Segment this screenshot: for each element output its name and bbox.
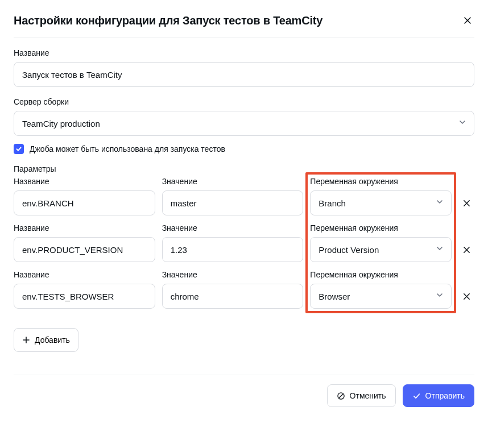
param-remove-button[interactable]	[458, 190, 474, 215]
param-env-select[interactable]	[310, 190, 452, 215]
param-value-label: Значение	[162, 270, 304, 279]
param-name-input[interactable]	[14, 237, 155, 262]
param-remove-button[interactable]	[458, 284, 474, 309]
param-row: Название Значение Переменная окружения	[14, 270, 474, 309]
cancel-button-label: Отменить	[350, 391, 386, 400]
cancel-button[interactable]: Отменить	[327, 384, 396, 407]
check-icon	[15, 146, 22, 152]
dialog-title: Настройки конфигурации для Запуск тестов…	[14, 14, 322, 27]
param-value-input[interactable]	[162, 237, 304, 262]
job-tests-checkbox-label: Джоба может быть использована для запуск…	[30, 144, 225, 154]
plus-icon	[22, 336, 30, 344]
name-input[interactable]	[14, 62, 474, 87]
submit-button[interactable]: Отправить	[403, 384, 474, 407]
param-env-label: Переменная окружения	[310, 177, 452, 186]
param-name-label: Название	[14, 270, 155, 279]
param-env-select[interactable]	[310, 237, 452, 262]
add-param-button[interactable]: Добавить	[14, 328, 78, 352]
close-icon	[462, 199, 471, 208]
param-env-select[interactable]	[310, 284, 452, 309]
close-icon	[463, 16, 472, 25]
param-name-input[interactable]	[14, 190, 155, 215]
param-value-label: Значение	[162, 177, 304, 186]
divider	[14, 38, 474, 38]
param-row: Название Значение Переменная окружения	[14, 177, 474, 215]
param-value-input[interactable]	[162, 190, 304, 215]
param-row: Название Значение Переменная окружения	[14, 223, 474, 262]
job-tests-checkbox[interactable]	[14, 144, 24, 154]
name-label: Название	[14, 48, 474, 57]
param-name-label: Название	[14, 177, 155, 186]
param-remove-button[interactable]	[458, 237, 474, 262]
param-env-label: Переменная окружения	[310, 223, 452, 233]
param-env-label: Переменная окружения	[310, 270, 452, 279]
param-name-label: Название	[14, 223, 155, 233]
param-name-input[interactable]	[14, 284, 155, 309]
add-param-button-label: Добавить	[35, 335, 70, 345]
check-icon	[412, 392, 421, 400]
server-label: Сервер сборки	[14, 97, 474, 106]
close-dialog-button[interactable]	[461, 14, 474, 27]
submit-button-label: Отправить	[425, 391, 465, 400]
close-icon	[462, 292, 471, 301]
param-value-input[interactable]	[162, 284, 304, 309]
divider	[14, 375, 474, 375]
cancel-icon	[337, 392, 345, 400]
param-value-label: Значение	[162, 223, 304, 233]
server-select[interactable]	[14, 111, 474, 136]
close-icon	[462, 246, 471, 254]
params-section-label: Параметры	[14, 164, 474, 173]
